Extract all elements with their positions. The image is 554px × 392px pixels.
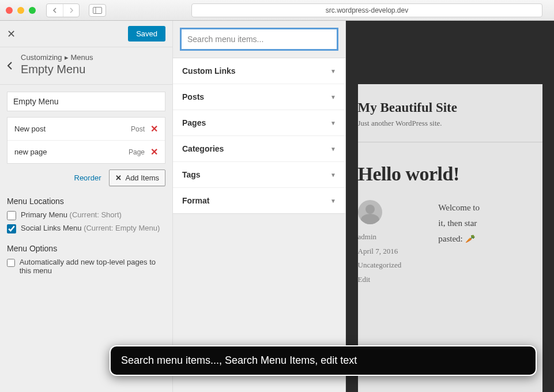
avatar [358,200,382,224]
remove-item-icon[interactable]: ✕ [150,123,158,134]
location-label: Primary Menu [21,210,67,219]
browser-toolbar: src.wordpress-develop.dev [0,0,554,21]
accordion-tags[interactable]: Tags ▼ [173,162,345,188]
panel-header: ✕ Saved [0,21,172,47]
site-preview: My Beautiful Site Just another WordPress… [346,21,554,392]
menu-item[interactable]: New post Post ✕ [7,118,165,141]
site-title[interactable]: My Beautiful Site [358,100,542,115]
close-icon: ✕ [115,174,122,182]
nav-buttons [46,3,80,17]
excerpt-line: it, then star [438,216,480,231]
menu-item-label: new page [14,148,47,156]
checkbox-input[interactable] [7,258,15,267]
accordion-label: Custom Links [182,66,236,76]
minimize-window-icon[interactable] [17,7,24,14]
site-tagline: Just another WordPress site. [358,119,542,128]
location-label: Social Links Menu [21,224,82,232]
auto-add-label: Automatically add new top-level pages to… [20,258,165,275]
menu-item-type: Page [129,148,145,156]
menu-locations-heading: Menu Locations [7,197,165,206]
svg-rect-0 [93,7,102,13]
item-type-accordion: Custom Links ▼ Posts ▼ Pages ▼ Categorie… [173,58,345,214]
accordion-label: Format [182,196,209,205]
add-items-panel: Custom Links ▼ Posts ▼ Pages ▼ Categorie… [173,21,346,392]
url-text: src.wordpress-develop.dev [326,6,408,14]
address-bar[interactable]: src.wordpress-develop.dev [191,3,542,17]
breadcrumb-section[interactable]: Menus [71,53,93,62]
accordion-format[interactable]: Format ▼ [173,188,345,213]
auto-add-checkbox[interactable]: Automatically add new top-level pages to… [7,258,165,275]
menu-name-input[interactable] [7,92,165,111]
chevron-down-icon: ▼ [330,198,336,204]
search-input[interactable] [180,28,338,51]
chevron-down-icon: ▼ [330,172,336,178]
save-button[interactable]: Saved [128,26,165,42]
reorder-link[interactable]: Reorder [74,174,101,182]
breadcrumb-path: Customizing▸Menus [21,53,165,62]
location-current: (Current: Short) [70,210,122,219]
sidebar-toggle-button[interactable] [89,4,106,17]
accordion-label: Posts [182,92,204,101]
post-title[interactable]: Hello world! [358,163,542,185]
breadcrumb-root[interactable]: Customizing [21,53,62,62]
add-items-button[interactable]: ✕ Add Items [109,169,165,186]
voiceover-caption: Search menu items..., Search Menu Items,… [110,345,537,376]
accordion-label: Pages [182,118,206,127]
accordion-label: Tags [182,170,201,179]
menu-item[interactable]: new page Page ✕ [7,141,165,163]
forward-button[interactable] [63,4,79,17]
post-date[interactable]: April 7, 2016 [358,244,402,259]
customizer-panel: ✕ Saved Customizing▸Menus Empty Menu New… [0,21,173,392]
accordion-posts[interactable]: Posts ▼ [173,84,345,110]
post-author[interactable]: admin [358,230,402,244]
chevron-down-icon: ▼ [330,94,336,100]
close-customizer-icon[interactable]: ✕ [7,28,16,40]
back-chevron-icon[interactable] [7,53,21,73]
location-current: (Current: Empty Menu) [84,224,160,232]
checkbox-input[interactable] [7,224,16,233]
excerpt-line: Welcome to [438,200,480,216]
accordion-categories[interactable]: Categories ▼ [173,136,345,162]
accordion-label: Categories [182,144,224,153]
chevron-down-icon: ▼ [330,120,336,126]
menu-options-heading: Menu Options [7,244,165,253]
post-excerpt: Welcome to it, then star pasted: 🥕 [415,200,480,287]
chevron-down-icon: ▼ [330,68,336,74]
post-edit-link[interactable]: Edit [358,273,402,287]
panel-title: Empty Menu [21,63,165,76]
accordion-pages[interactable]: Pages ▼ [173,110,345,136]
menu-item-label: New post [14,125,46,133]
breadcrumb: Customizing▸Menus Empty Menu [0,47,172,85]
chevron-down-icon: ▼ [330,146,336,152]
location-social-checkbox[interactable]: Social Links Menu (Current: Empty Menu) [7,224,165,233]
back-button[interactable] [47,4,63,17]
accordion-custom-links[interactable]: Custom Links ▼ [173,58,345,84]
zoom-window-icon[interactable] [29,7,36,14]
location-primary-checkbox[interactable]: Primary Menu (Current: Short) [7,210,165,220]
checkbox-input[interactable] [7,211,16,220]
carrot-icon: 🥕 [465,235,475,243]
menu-items-list: New post Post ✕ new page Page ✕ [7,117,165,164]
site-header: My Beautiful Site Just another WordPress… [358,84,542,142]
excerpt-line: pasted: [438,234,465,243]
close-window-icon[interactable] [6,7,13,14]
menu-item-type: Post [131,125,145,133]
remove-item-icon[interactable]: ✕ [150,146,158,157]
add-items-label: Add Items [125,174,159,182]
window-controls [6,7,36,14]
voiceover-text: Search menu items..., Search Menu Items,… [121,355,357,366]
post-category[interactable]: Uncategorized [358,258,402,273]
